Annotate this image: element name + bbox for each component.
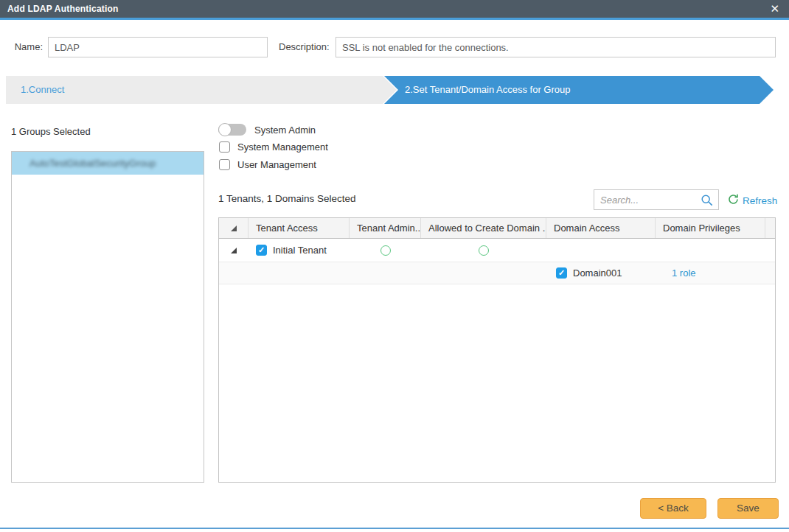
initial-tenant-checkbox[interactable]: ✓	[256, 245, 267, 256]
column-header-allowed-create-domain[interactable]: Allowed to Create Domain ...	[421, 218, 546, 238]
refresh-button[interactable]: Refresh	[728, 194, 777, 207]
tenant-admin-radio[interactable]	[380, 245, 391, 256]
description-label: Description:	[279, 37, 330, 57]
tenants-domains-summary: 1 Tenants, 1 Domains Selected	[218, 193, 356, 204]
grid-header-row: Tenant Access Tenant Admin... Allowed to…	[219, 218, 775, 239]
wizard-step-connect[interactable]: 1.Connect	[6, 76, 397, 104]
groups-list: AutoTestGlobalSecurityGroup	[11, 151, 204, 483]
dialog-title: Add LDAP Authentication	[0, 4, 119, 14]
domain-privileges-cell-empty	[656, 239, 765, 262]
list-item-group[interactable]: AutoTestGlobalSecurityGroup	[12, 152, 204, 175]
user-management-row: User Management	[219, 159, 316, 170]
column-header-domain-access[interactable]: Domain Access	[546, 218, 656, 238]
system-admin-toggle[interactable]	[218, 124, 246, 136]
column-header-domain-privileges[interactable]: Domain Privileges	[656, 218, 765, 238]
column-header-tenant-admin[interactable]: Tenant Admin...	[350, 218, 421, 238]
allowed-create-domain-radio[interactable]	[479, 245, 489, 256]
search-icon[interactable]	[701, 194, 714, 209]
add-ldap-authentication-dialog: Add LDAP Authentication ✕ Name: Descript…	[0, 0, 789, 532]
wizard-step-tenant-domain-access[interactable]: 2.Set Tenant/Domain Access for Group	[384, 76, 774, 104]
dialog-bottom-border	[0, 528, 789, 529]
close-icon[interactable]: ✕	[760, 0, 789, 18]
table-row-initial-tenant: ✓ Initial Tenant	[219, 239, 775, 262]
system-management-label: System Management	[237, 141, 328, 153]
collapse-all-cell	[219, 218, 248, 238]
tenant-domain-grid: Tenant Access Tenant Admin... Allowed to…	[218, 217, 776, 483]
domain-privileges-cell: 1 role	[656, 262, 765, 284]
back-button[interactable]: < Back	[640, 498, 706, 519]
domain-access-cell-empty	[546, 239, 656, 262]
refresh-label: Refresh	[743, 195, 777, 206]
row-expand-icon[interactable]	[231, 248, 237, 253]
save-button[interactable]: Save	[717, 498, 779, 519]
domain-access-cell: ✓ Domain001	[546, 262, 656, 284]
refresh-icon	[728, 194, 739, 207]
search-input[interactable]	[594, 190, 699, 209]
role-count-link[interactable]: 1 role	[656, 267, 696, 279]
system-admin-toggle-row: System Admin	[218, 124, 316, 136]
groups-selected-header: 1 Groups Selected	[11, 126, 91, 137]
user-management-checkbox[interactable]	[219, 159, 230, 170]
name-field[interactable]	[48, 37, 268, 57]
tenant-admin-cell	[350, 239, 421, 262]
search-box	[594, 189, 719, 210]
toggle-knob	[218, 123, 232, 136]
domain-name: Domain001	[573, 267, 622, 279]
column-header-spacer	[765, 218, 775, 238]
domain001-checkbox[interactable]: ✓	[556, 267, 567, 279]
table-row-domain001: ✓ Domain001 1 role	[219, 262, 775, 284]
tenant-access-cell: ✓ Initial Tenant	[248, 239, 350, 262]
system-admin-label: System Admin	[254, 125, 316, 136]
column-header-tenant-access[interactable]: Tenant Access	[248, 218, 350, 238]
titlebar-accent-line	[0, 18, 789, 20]
tenant-name: Initial Tenant	[273, 245, 327, 256]
group-name: AutoTestGlobalSecurityGroup	[29, 158, 156, 169]
collapse-all-icon[interactable]	[231, 225, 237, 231]
dialog-titlebar: Add LDAP Authentication ✕	[0, 0, 789, 18]
allowed-create-domain-cell	[421, 239, 546, 262]
system-management-checkbox[interactable]	[219, 141, 230, 153]
user-management-label: User Management	[237, 159, 316, 170]
name-label: Name:	[10, 37, 43, 57]
grid-empty-area	[219, 284, 775, 482]
description-field[interactable]	[336, 37, 776, 57]
system-management-row: System Management	[219, 141, 328, 153]
row-expand-cell	[219, 239, 248, 262]
